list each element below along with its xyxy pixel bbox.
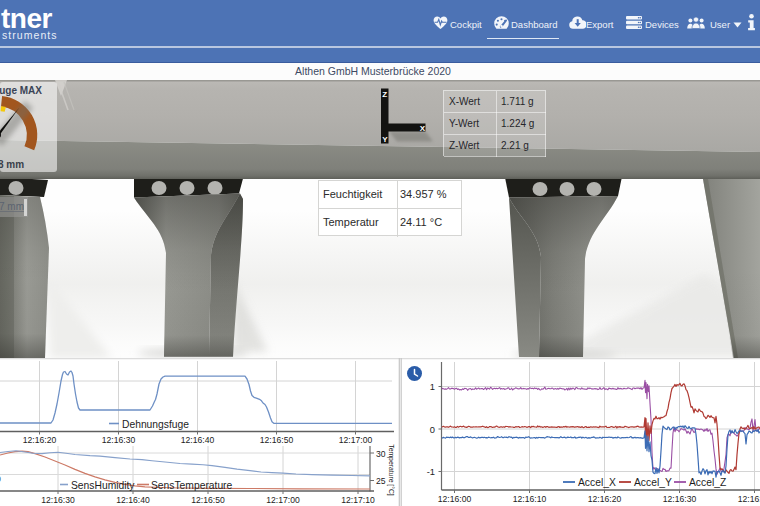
svg-text:Dehnungsfuge: Dehnungsfuge xyxy=(122,419,189,430)
svg-text:Y: Y xyxy=(382,135,388,144)
svg-text:12:16:30: 12:16:30 xyxy=(102,435,136,445)
svg-text:12:16:20: 12:16:20 xyxy=(588,494,622,504)
svg-text:SensHumidity: SensHumidity xyxy=(71,480,135,491)
svg-text:12:16:30: 12:16:30 xyxy=(41,495,75,505)
svg-text:1: 1 xyxy=(430,382,435,392)
svg-text:12:16:40: 12:16:40 xyxy=(116,495,150,505)
svg-text:X: X xyxy=(420,124,426,133)
svg-text:12:16:50: 12:16:50 xyxy=(191,495,225,505)
svg-text:12:17:00: 12:17:00 xyxy=(266,495,300,505)
svg-text:12:17:00: 12:17:00 xyxy=(339,435,373,445)
svg-text:-1: -1 xyxy=(427,467,435,477)
svg-text:12:16:30: 12:16:30 xyxy=(663,494,697,504)
svg-text:12:16:40: 12:16:40 xyxy=(181,435,215,445)
svg-text:Accel_Y: Accel_Y xyxy=(634,477,672,488)
svg-text:SensTemperature: SensTemperature xyxy=(151,480,233,491)
svg-text:Temperature [°C]: Temperature [°C] xyxy=(387,444,395,496)
svg-text:Accel_Z: Accel_Z xyxy=(689,477,726,488)
svg-text:12:16:20: 12:16:20 xyxy=(23,435,57,445)
svg-text:12:16:10: 12:16:10 xyxy=(513,494,547,504)
svg-text:Z: Z xyxy=(382,90,387,99)
svg-text:0: 0 xyxy=(430,425,435,435)
svg-text:Accel_X: Accel_X xyxy=(578,477,616,488)
svg-text:30: 30 xyxy=(376,449,386,459)
svg-text:25: 25 xyxy=(376,476,386,486)
svg-text:12:17:10: 12:17:10 xyxy=(341,495,375,505)
svg-text:12:16:50: 12:16:50 xyxy=(260,435,294,445)
svg-text:12:16:40: 12:16:40 xyxy=(738,494,760,504)
svg-text:12:16:00: 12:16:00 xyxy=(438,494,472,504)
